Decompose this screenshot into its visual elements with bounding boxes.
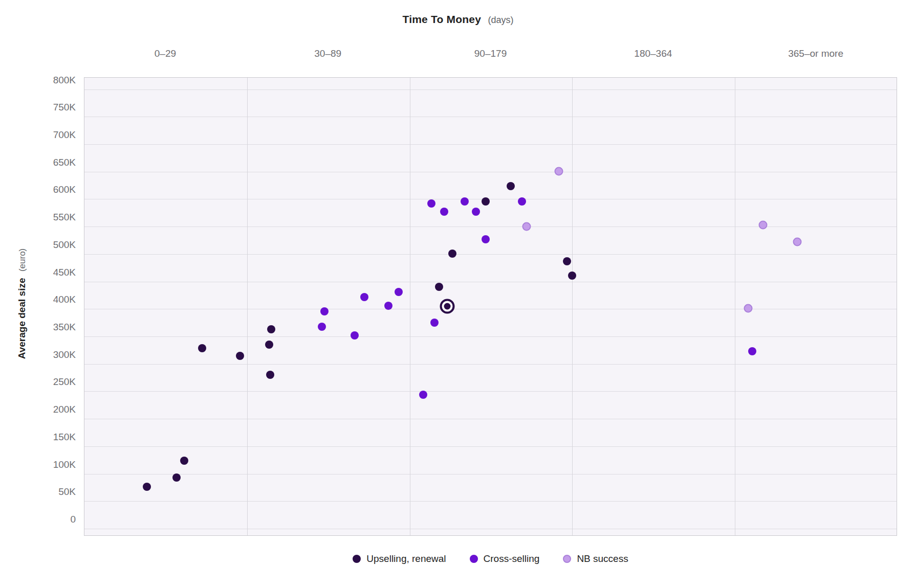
y-gridline [84, 89, 897, 90]
legend-label: NB success [577, 553, 628, 564]
chart-legend: Upselling, renewal Cross-selling NB succ… [84, 553, 897, 564]
data-point-upselling-renewal[interactable] [507, 182, 515, 190]
legend-item-upselling-renewal[interactable]: Upselling, renewal [353, 553, 446, 564]
y-gridline [84, 227, 897, 227]
data-point-upselling-renewal[interactable] [236, 352, 244, 360]
data-point-upselling-renewal[interactable] [198, 344, 206, 352]
x-gridline [572, 78, 573, 535]
data-point-upselling-renewal[interactable] [267, 325, 275, 333]
data-point-cross-selling[interactable] [518, 197, 526, 206]
x-gridline [410, 78, 410, 535]
scatter-chart: Time To Money (days) 0–2930–8990–179180–… [0, 0, 916, 588]
y-gridline [84, 529, 897, 529]
data-point-cross-selling[interactable] [318, 323, 326, 331]
x-axis-category-labels: 0–2930–8990–179180–364365–or more [84, 48, 897, 60]
data-point-upselling-renewal[interactable] [482, 197, 490, 206]
selected-data-point-upselling-renewal[interactable] [440, 299, 455, 313]
data-point-upselling-renewal[interactable] [266, 371, 274, 379]
y-tick-label: 350K [0, 322, 76, 333]
y-gridline [84, 144, 897, 145]
plot-area [84, 77, 897, 536]
data-point-cross-selling[interactable] [320, 307, 329, 315]
data-point-cross-selling[interactable] [472, 208, 480, 216]
y-tick-label: 700K [0, 129, 76, 141]
data-point-upselling-renewal[interactable] [568, 272, 576, 280]
data-point-cross-selling[interactable] [384, 302, 392, 310]
y-tick-label: 600K [0, 184, 76, 195]
y-tick-label: 500K [0, 239, 76, 251]
y-gridline [84, 501, 897, 502]
data-point-nb-success[interactable] [744, 304, 753, 313]
x-category-label: 0–29 [155, 48, 176, 59]
y-tick-label: 50K [0, 486, 76, 497]
legend-item-cross-selling[interactable]: Cross-selling [470, 553, 540, 564]
data-point-cross-selling[interactable] [440, 208, 448, 216]
y-gridline [84, 282, 897, 282]
x-gridline [735, 78, 735, 535]
data-point-nb-success[interactable] [759, 220, 768, 229]
y-gridline [84, 199, 897, 199]
chart-title-text: Time To Money [403, 13, 482, 25]
data-point-upselling-renewal[interactable] [563, 257, 571, 265]
legend-label: Cross-selling [484, 553, 540, 564]
data-point-nb-success[interactable] [555, 167, 563, 175]
x-category-label: 90–179 [474, 48, 507, 59]
y-tick-label: 100K [0, 459, 76, 470]
data-point-upselling-renewal[interactable] [448, 250, 456, 258]
data-point-upselling-renewal[interactable] [265, 341, 273, 349]
x-category-label: 30–89 [314, 48, 341, 59]
data-point-nb-success[interactable] [793, 238, 802, 246]
chart-title: Time To Money (days) [0, 13, 916, 26]
y-gridline [84, 172, 897, 172]
y-tick-label: 550K [0, 212, 76, 223]
x-category-label: 365–or more [788, 48, 843, 59]
chart-title-units: (days) [488, 15, 513, 25]
y-gridline [84, 254, 897, 255]
y-gridline [84, 474, 897, 474]
y-tick-label: 250K [0, 376, 76, 388]
y-tick-label: 800K [0, 75, 76, 86]
data-point-cross-selling[interactable] [430, 319, 439, 327]
y-axis-title-text: Average deal size [16, 278, 27, 359]
y-tick-label: 0 [0, 514, 76, 525]
y-gridline [84, 309, 897, 309]
y-gridline [84, 419, 897, 419]
legend-item-nb-success[interactable]: NB success [563, 553, 628, 564]
data-point-upselling-renewal[interactable] [435, 283, 443, 291]
data-point-cross-selling[interactable] [748, 347, 756, 355]
data-point-cross-selling[interactable] [360, 293, 368, 301]
data-point-cross-selling[interactable] [482, 235, 490, 243]
data-point-cross-selling[interactable] [395, 288, 403, 296]
y-tick-label: 750K [0, 102, 76, 113]
data-point-cross-selling[interactable] [351, 331, 359, 340]
y-tick-label: 650K [0, 157, 76, 168]
y-tick-label: 150K [0, 432, 76, 443]
y-tick-label: 200K [0, 404, 76, 415]
data-point-upselling-renewal[interactable] [143, 483, 151, 491]
x-gridline [247, 78, 248, 535]
data-point-nb-success[interactable] [522, 222, 531, 231]
y-gridline [84, 391, 897, 392]
y-gridline [84, 336, 897, 337]
y-gridline [84, 117, 897, 117]
y-tick-label: 400K [0, 294, 76, 305]
legend-dot-upselling-renewal [353, 555, 361, 563]
x-category-label: 180–364 [634, 48, 672, 59]
legend-dot-nb-success [563, 555, 571, 563]
y-tick-label: 300K [0, 349, 76, 360]
data-point-upselling-renewal[interactable] [180, 457, 188, 465]
legend-label: Upselling, renewal [366, 553, 446, 564]
y-tick-label: 450K [0, 267, 76, 278]
data-point-cross-selling[interactable] [419, 391, 427, 399]
data-point-upselling-renewal[interactable] [172, 473, 181, 482]
data-point-cross-selling[interactable] [427, 199, 435, 208]
legend-dot-cross-selling [470, 555, 478, 563]
y-gridline [84, 446, 897, 447]
data-point-cross-selling[interactable] [461, 197, 469, 206]
y-gridline [84, 364, 897, 365]
